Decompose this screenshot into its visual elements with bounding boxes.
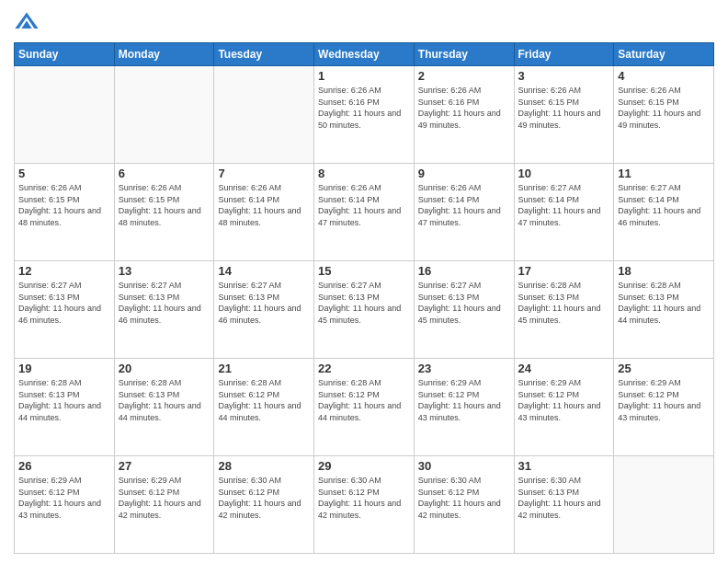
- calendar-cell: 6Sunrise: 6:26 AMSunset: 6:15 PMDaylight…: [114, 164, 214, 261]
- calendar-cell: 12Sunrise: 6:27 AMSunset: 6:13 PMDayligh…: [15, 261, 115, 359]
- sun-info: Sunrise: 6:27 AMSunset: 6:14 PMDaylight:…: [518, 182, 610, 228]
- day-number: 8: [318, 167, 410, 180]
- calendar-week-row: 1Sunrise: 6:26 AMSunset: 6:16 PMDaylight…: [15, 66, 714, 164]
- sun-info: Sunrise: 6:30 AMSunset: 6:12 PMDaylight:…: [418, 475, 510, 521]
- day-number: 7: [218, 167, 310, 180]
- weekday-header: Tuesday: [214, 43, 314, 66]
- sun-info: Sunrise: 6:29 AMSunset: 6:12 PMDaylight:…: [518, 377, 610, 423]
- calendar-cell: 18Sunrise: 6:28 AMSunset: 6:13 PMDayligh…: [614, 261, 714, 359]
- sun-info: Sunrise: 6:30 AMSunset: 6:13 PMDaylight:…: [518, 475, 610, 521]
- sun-info: Sunrise: 6:26 AMSunset: 6:16 PMDaylight:…: [418, 85, 510, 131]
- sun-info: Sunrise: 6:29 AMSunset: 6:12 PMDaylight:…: [418, 377, 510, 423]
- sun-info: Sunrise: 6:28 AMSunset: 6:12 PMDaylight:…: [218, 377, 310, 423]
- calendar-cell: 29Sunrise: 6:30 AMSunset: 6:12 PMDayligh…: [314, 456, 415, 554]
- calendar-cell: 16Sunrise: 6:27 AMSunset: 6:13 PMDayligh…: [414, 261, 514, 359]
- sun-info: Sunrise: 6:26 AMSunset: 6:15 PMDaylight:…: [119, 182, 210, 228]
- calendar-cell: [214, 66, 314, 164]
- calendar-cell: 3Sunrise: 6:26 AMSunset: 6:15 PMDaylight…: [514, 66, 614, 164]
- day-number: 31: [518, 459, 610, 473]
- calendar-cell: 30Sunrise: 6:30 AMSunset: 6:12 PMDayligh…: [414, 456, 514, 554]
- sun-info: Sunrise: 6:26 AMSunset: 6:14 PMDaylight:…: [418, 182, 510, 228]
- day-number: 2: [418, 69, 510, 83]
- sun-info: Sunrise: 6:28 AMSunset: 6:13 PMDaylight:…: [518, 280, 610, 326]
- calendar-cell: 15Sunrise: 6:27 AMSunset: 6:13 PMDayligh…: [314, 261, 415, 359]
- day-number: 3: [518, 69, 610, 83]
- day-number: 22: [318, 362, 410, 375]
- sun-info: Sunrise: 6:28 AMSunset: 6:13 PMDaylight:…: [618, 280, 710, 326]
- weekday-header: Friday: [514, 43, 614, 66]
- weekday-header: Wednesday: [314, 43, 415, 66]
- sun-info: Sunrise: 6:26 AMSunset: 6:15 PMDaylight:…: [518, 85, 610, 131]
- day-number: 27: [119, 459, 210, 473]
- calendar-cell: 8Sunrise: 6:26 AMSunset: 6:14 PMDaylight…: [314, 164, 415, 261]
- calendar-cell: [114, 66, 214, 164]
- weekday-header: Thursday: [414, 43, 514, 66]
- sun-info: Sunrise: 6:27 AMSunset: 6:13 PMDaylight:…: [418, 280, 510, 326]
- page: SundayMondayTuesdayWednesdayThursdayFrid…: [0, 0, 728, 563]
- calendar-cell: 19Sunrise: 6:28 AMSunset: 6:13 PMDayligh…: [15, 359, 115, 456]
- weekday-header: Saturday: [614, 43, 714, 66]
- logo-icon: [14, 9, 40, 35]
- logo: [14, 9, 43, 35]
- calendar-cell: 21Sunrise: 6:28 AMSunset: 6:12 PMDayligh…: [214, 359, 314, 456]
- day-number: 16: [418, 264, 510, 278]
- header: [14, 9, 714, 35]
- calendar-cell: 20Sunrise: 6:28 AMSunset: 6:13 PMDayligh…: [114, 359, 214, 456]
- sun-info: Sunrise: 6:29 AMSunset: 6:12 PMDaylight:…: [119, 475, 210, 521]
- day-number: 19: [18, 362, 110, 375]
- sun-info: Sunrise: 6:26 AMSunset: 6:14 PMDaylight:…: [318, 182, 410, 228]
- sun-info: Sunrise: 6:26 AMSunset: 6:15 PMDaylight:…: [618, 85, 710, 131]
- calendar-week-row: 5Sunrise: 6:26 AMSunset: 6:15 PMDaylight…: [15, 164, 714, 261]
- day-number: 20: [119, 362, 210, 375]
- day-number: 17: [518, 264, 610, 278]
- calendar-week-row: 19Sunrise: 6:28 AMSunset: 6:13 PMDayligh…: [15, 359, 714, 456]
- sun-info: Sunrise: 6:27 AMSunset: 6:13 PMDaylight:…: [119, 280, 210, 326]
- day-number: 6: [119, 167, 210, 180]
- day-number: 15: [318, 264, 410, 278]
- calendar-cell: 2Sunrise: 6:26 AMSunset: 6:16 PMDaylight…: [414, 66, 514, 164]
- sun-info: Sunrise: 6:28 AMSunset: 6:12 PMDaylight:…: [318, 377, 410, 423]
- calendar-cell: 1Sunrise: 6:26 AMSunset: 6:16 PMDaylight…: [314, 66, 415, 164]
- day-number: 25: [618, 362, 710, 375]
- calendar-cell: 25Sunrise: 6:29 AMSunset: 6:12 PMDayligh…: [614, 359, 714, 456]
- day-number: 14: [218, 264, 310, 278]
- calendar-cell: 23Sunrise: 6:29 AMSunset: 6:12 PMDayligh…: [414, 359, 514, 456]
- sun-info: Sunrise: 6:27 AMSunset: 6:13 PMDaylight:…: [18, 280, 110, 326]
- day-number: 24: [518, 362, 610, 375]
- sun-info: Sunrise: 6:26 AMSunset: 6:14 PMDaylight:…: [218, 182, 310, 228]
- day-number: 29: [318, 459, 410, 473]
- sun-info: Sunrise: 6:26 AMSunset: 6:15 PMDaylight:…: [18, 182, 110, 228]
- calendar-table: SundayMondayTuesdayWednesdayThursdayFrid…: [14, 42, 714, 554]
- sun-info: Sunrise: 6:29 AMSunset: 6:12 PMDaylight:…: [618, 377, 710, 423]
- sun-info: Sunrise: 6:30 AMSunset: 6:12 PMDaylight:…: [318, 475, 410, 521]
- day-number: 9: [418, 167, 510, 180]
- day-number: 28: [218, 459, 310, 473]
- day-number: 11: [618, 167, 710, 180]
- day-number: 10: [518, 167, 610, 180]
- calendar-cell: 11Sunrise: 6:27 AMSunset: 6:14 PMDayligh…: [614, 164, 714, 261]
- calendar-cell: 10Sunrise: 6:27 AMSunset: 6:14 PMDayligh…: [514, 164, 614, 261]
- sun-info: Sunrise: 6:27 AMSunset: 6:13 PMDaylight:…: [218, 280, 310, 326]
- calendar-cell: 22Sunrise: 6:28 AMSunset: 6:12 PMDayligh…: [314, 359, 415, 456]
- sun-info: Sunrise: 6:26 AMSunset: 6:16 PMDaylight:…: [318, 85, 410, 131]
- day-number: 21: [218, 362, 310, 375]
- sun-info: Sunrise: 6:27 AMSunset: 6:14 PMDaylight:…: [618, 182, 710, 228]
- sun-info: Sunrise: 6:29 AMSunset: 6:12 PMDaylight:…: [18, 475, 110, 521]
- day-number: 23: [418, 362, 510, 375]
- calendar-cell: 17Sunrise: 6:28 AMSunset: 6:13 PMDayligh…: [514, 261, 614, 359]
- sun-info: Sunrise: 6:28 AMSunset: 6:13 PMDaylight:…: [18, 377, 110, 423]
- calendar-cell: 5Sunrise: 6:26 AMSunset: 6:15 PMDaylight…: [15, 164, 115, 261]
- calendar-cell: 24Sunrise: 6:29 AMSunset: 6:12 PMDayligh…: [514, 359, 614, 456]
- calendar-cell: 13Sunrise: 6:27 AMSunset: 6:13 PMDayligh…: [114, 261, 214, 359]
- calendar-cell: 4Sunrise: 6:26 AMSunset: 6:15 PMDaylight…: [614, 66, 714, 164]
- day-number: 18: [618, 264, 710, 278]
- calendar-cell: 14Sunrise: 6:27 AMSunset: 6:13 PMDayligh…: [214, 261, 314, 359]
- day-number: 12: [18, 264, 110, 278]
- calendar-cell: 27Sunrise: 6:29 AMSunset: 6:12 PMDayligh…: [114, 456, 214, 554]
- day-number: 30: [418, 459, 510, 473]
- weekday-header: Monday: [114, 43, 214, 66]
- day-number: 4: [618, 69, 710, 83]
- sun-info: Sunrise: 6:27 AMSunset: 6:13 PMDaylight:…: [318, 280, 410, 326]
- calendar-cell: 7Sunrise: 6:26 AMSunset: 6:14 PMDaylight…: [214, 164, 314, 261]
- calendar-cell: [15, 66, 115, 164]
